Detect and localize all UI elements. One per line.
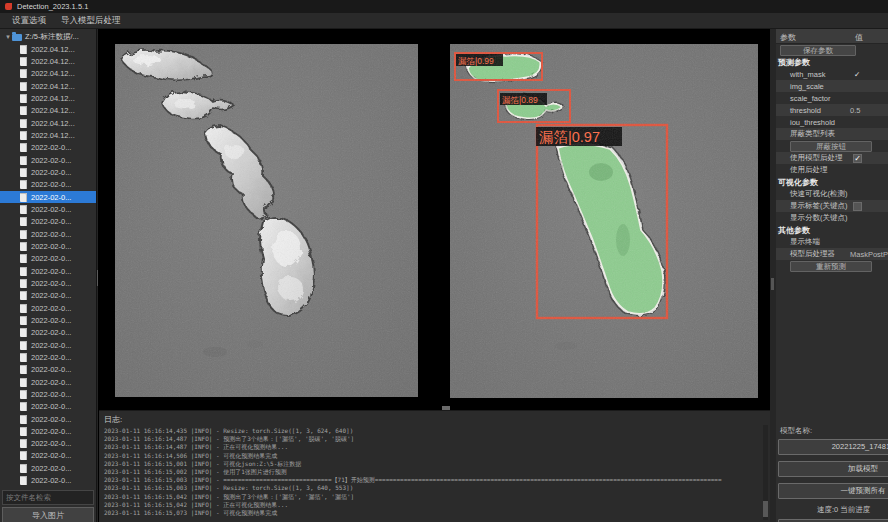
chevron-down-icon[interactable]: ▾ [4, 33, 12, 41]
tree-item[interactable]: 2022-02-0... [0, 277, 96, 289]
log-line: 2023-01-11 16:16:15,003 |INFO| - =======… [104, 476, 770, 484]
tree-item[interactable]: 2022-02-0... [0, 425, 96, 437]
param-row[interactable]: img_scale [776, 80, 888, 92]
menu-item-import-postprocess[interactable]: 导入模型后处理 [58, 14, 124, 28]
tree-item[interactable]: 2022-02-0... [0, 364, 96, 376]
tree-item[interactable]: 2022-02-0... [0, 302, 96, 314]
param-row[interactable]: 显示标签(关键点) [776, 200, 888, 212]
tree-root[interactable]: ▾ Z:/5-标注数据/... [0, 31, 96, 43]
tree-item-label: 2022-02-0... [31, 291, 71, 300]
tree-item[interactable]: 2022.04.12... [0, 117, 96, 129]
param-label: 其他参数 [778, 225, 810, 236]
param-table-header: 参数 值 [776, 29, 888, 44]
tree-item[interactable]: 2022-02-0... [0, 154, 96, 166]
tree-item[interactable]: 2022-02-0... [0, 166, 96, 178]
tree-item[interactable]: 2022-02-0... [0, 314, 96, 326]
param-row[interactable]: 快速可视化(检测) [776, 188, 888, 200]
tree-item[interactable]: 2022-02-0... [0, 462, 96, 474]
tree-item[interactable]: 2022.04.12... [0, 105, 96, 117]
param-row[interactable]: with_mask✓ [776, 68, 888, 80]
param-section-header: 其他参数 [776, 224, 888, 236]
tree-item[interactable]: 2022-02-0... [0, 290, 96, 302]
tree-item-label: 2022-02-0... [31, 156, 71, 165]
file-icon [20, 415, 27, 424]
param-row[interactable]: 显示分数(关键点) [776, 212, 888, 224]
original-image-canvas[interactable] [115, 44, 418, 397]
param-row[interactable]: iou_threshold [776, 116, 888, 128]
checkbox-unchecked[interactable] [853, 202, 862, 211]
param-row[interactable]: 屏蔽类型列表 [776, 128, 888, 140]
tree-item-label: 2022-02-0... [31, 267, 71, 276]
tree-item-label: 2022-02-0... [31, 415, 71, 424]
tree-item[interactable]: 2022-02-0... [0, 351, 96, 363]
tree-item-label: 2022-02-0... [31, 254, 71, 263]
tree-item-label: 2022.04.12... [31, 94, 75, 103]
tree-item[interactable]: 2022-02-0... [0, 327, 96, 339]
tree-item[interactable]: 2022-02-0... [0, 142, 96, 154]
tree-item[interactable]: 2022-02-0... [0, 401, 96, 413]
log-scrollbar[interactable] [763, 425, 768, 520]
prediction-image-canvas[interactable]: 漏箔|0.99 漏箔|0.89 漏箔|0.97 [450, 44, 758, 398]
file-icon [20, 82, 27, 91]
param-row[interactable]: 模型后处理器MaskPostPro [776, 248, 888, 260]
model-name-field[interactable]: 20221225_174813 [778, 439, 888, 455]
tree-item[interactable]: 2022-02-0... [0, 474, 96, 486]
param-row: 屏蔽按钮 [776, 140, 888, 152]
param-button[interactable]: 屏蔽按钮 [790, 141, 872, 152]
tree-item-label: 2022-02-0... [31, 427, 71, 436]
menu-item-settings[interactable]: 设置选项 [9, 14, 49, 28]
tree-item[interactable]: 2022-02-0... [0, 228, 96, 240]
predict-all-button[interactable]: 一键预测所有 [778, 483, 888, 499]
file-icon [20, 45, 27, 54]
tree-item[interactable]: 2022-02-0... [0, 191, 96, 203]
panel-splitter-thumb[interactable] [771, 278, 774, 290]
file-icon [20, 316, 27, 325]
tree-item[interactable]: 2022-02-0... [0, 240, 96, 252]
tree-item[interactable]: 2022-02-0... [0, 450, 96, 462]
param-value: ✓ [854, 70, 860, 79]
tree-item[interactable]: 2022-02-0... [0, 216, 96, 228]
tree-item[interactable]: 2022-02-0... [0, 413, 96, 425]
tree-item[interactable]: 2022-02-0... [0, 253, 96, 265]
tree-item[interactable]: 2022.04.12... [0, 92, 96, 104]
file-icon [20, 365, 27, 374]
checkbox-checked[interactable]: ✓ [853, 154, 862, 163]
tree-item[interactable]: 2022.04.12... [0, 129, 96, 141]
file-icon [20, 242, 27, 251]
tree-item[interactable]: 2022.04.12... [0, 68, 96, 80]
tree-item[interactable]: 2022-02-0... [0, 339, 96, 351]
file-icon [20, 464, 27, 473]
app-window: Detection_2023.1.5.1 设置选项 导入模型后处理 ▾ Z:/5… [0, 0, 888, 522]
tree-item-label: 2022.04.12... [31, 82, 75, 91]
search-input[interactable] [2, 490, 94, 505]
file-icon [20, 205, 27, 214]
log-scrollbar-thumb[interactable] [763, 501, 768, 517]
file-icon [20, 390, 27, 399]
tree-item[interactable]: 2022-02-0... [0, 265, 96, 277]
param-row[interactable]: threshold0.5 [776, 104, 888, 116]
tree-item[interactable]: 2022-02-0... [0, 388, 96, 400]
log-line: 2023-01-11 16:16:15,003 |INFO| - Resize:… [104, 484, 770, 492]
file-icon [20, 267, 27, 276]
tree-item[interactable]: 2022.04.12... [0, 55, 96, 67]
tree-item[interactable]: 2022-02-0... [0, 376, 96, 388]
import-images-button[interactable]: 导入图片 [2, 507, 94, 522]
param-button[interactable]: 保存参数 [780, 45, 856, 56]
load-model-button[interactable]: 加载模型 [778, 461, 888, 477]
param-row[interactable]: scale_factor [776, 92, 888, 104]
tree-item[interactable]: 2022.04.12... [0, 80, 96, 92]
param-row[interactable]: 使用后处理 [776, 164, 888, 176]
tree-item[interactable]: 2022-02-0... [0, 203, 96, 215]
param-button[interactable]: 重新预测 [790, 261, 872, 272]
file-icon [20, 439, 27, 448]
tree-item[interactable]: 2022.04.12... [0, 43, 96, 55]
param-row[interactable]: 显示终端 [776, 236, 888, 248]
param-label: 快速可视化(检测) [790, 189, 848, 199]
tree-item-label: 2022.04.12... [31, 69, 75, 78]
tree-item[interactable]: 2022-02-0... [0, 179, 96, 191]
value-column-header: 值 [855, 32, 863, 43]
tree-item[interactable]: 2022-02-0... [0, 438, 96, 450]
file-icon [20, 57, 27, 66]
log-title: 日志: [104, 414, 770, 425]
param-row[interactable]: 使用模型后处理✓ [776, 152, 888, 164]
